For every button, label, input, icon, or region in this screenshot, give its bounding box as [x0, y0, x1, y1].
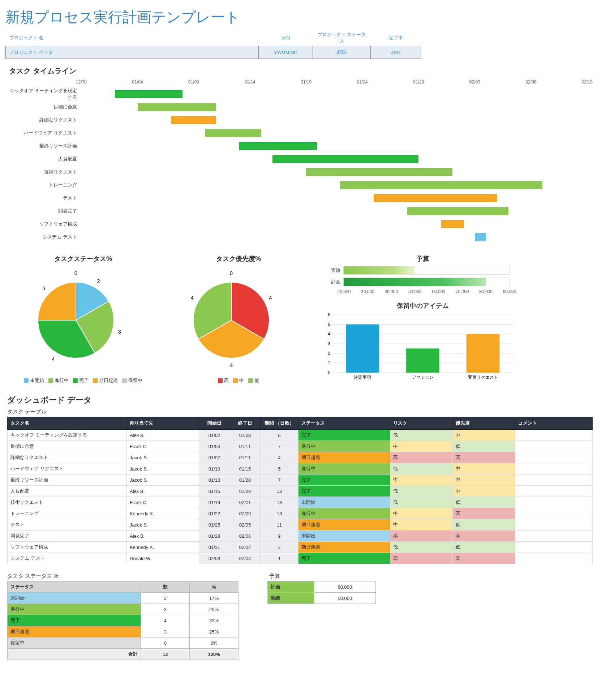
gantt-row: 目標に合意 — [9, 100, 601, 113]
budget-value-cell: 50,000 — [314, 593, 375, 604]
gantt-bar[interactable] — [407, 207, 508, 215]
table-row[interactable]: ハードウェア リクエストJacob S.01/1001/155進行中低中 — [8, 463, 593, 474]
table-cell: 開発完了 — [8, 531, 127, 542]
gantt-row: ソフトウェア構成 — [9, 218, 601, 231]
table-cell: 進行中 — [298, 508, 390, 519]
table-cell: 01/20 — [230, 474, 261, 486]
gantt-bar[interactable] — [239, 142, 318, 150]
table-cell: 01/16 — [199, 486, 230, 497]
table-row[interactable]: 詳細なリクエストJacob S.01/0701/114期日超過高高 — [8, 452, 593, 463]
budget-bar-fill[interactable] — [344, 278, 486, 286]
table-row[interactable]: ソフトウェア構成Kennedy K.01/3102/022期日超過低低 — [8, 542, 593, 553]
project-date-cell[interactable]: YY/MM/DD — [259, 46, 313, 59]
budget-label-cell: 実績 — [268, 593, 314, 604]
gantt-bar[interactable] — [475, 233, 486, 241]
gantt-row: 詳細なリクエスト — [9, 113, 601, 126]
project-status-cell[interactable]: 順調 — [313, 46, 371, 59]
table-cell — [515, 474, 593, 486]
table-row[interactable]: 実績50,000 — [268, 593, 376, 604]
gantt-bar[interactable] — [340, 181, 542, 189]
table-row[interactable]: テストJacob S.01/2502/0511期日超過中低 — [8, 519, 593, 531]
gantt-bar[interactable] — [138, 103, 216, 111]
legend-item: 低 — [248, 377, 259, 384]
table-row[interactable]: 目標に合意Frank C.01/0401/117進行中中低 — [8, 441, 593, 452]
task-table-header[interactable]: 期間 （日数） — [261, 417, 298, 430]
held-bar[interactable] — [346, 325, 379, 373]
gantt-row: システム テスト — [9, 231, 601, 244]
table-cell: 高 — [453, 452, 515, 463]
table-cell: テスト — [8, 519, 127, 531]
task-table-header[interactable]: タスク名 — [8, 417, 127, 430]
status-count-cell: 3 — [141, 604, 190, 615]
gantt-bar[interactable] — [205, 129, 261, 137]
priority-pie-legend: 高中低 — [166, 377, 311, 384]
project-name-cell[interactable]: プロジェクト ベータ — [6, 46, 259, 59]
table-row[interactable]: 保留中00% — [8, 637, 238, 649]
table-cell: 中 — [453, 430, 515, 441]
gantt-bar[interactable] — [306, 168, 452, 176]
table-cell: 01/25 — [199, 519, 230, 531]
table-cell: トレーニング — [8, 508, 127, 519]
task-table-header[interactable]: ステータス — [298, 417, 390, 430]
gantt-task-label: 人員配置 — [9, 156, 81, 162]
legend-swatch — [24, 378, 29, 383]
table-cell: 01/31 — [199, 542, 230, 553]
gantt-task-label: 目標に合意 — [9, 104, 81, 110]
table-cell: 01/08 — [230, 430, 261, 441]
table-row[interactable]: トレーニングKennedy K.01/2202/0918進行中中高 — [8, 508, 593, 519]
budget-bar-row: 計画 — [322, 278, 510, 286]
gantt-task-label: テスト — [9, 195, 81, 201]
table-row[interactable]: 人員配置Alex B.01/1601/2913完了低中 — [8, 486, 593, 497]
table-cell: 02/03 — [199, 553, 230, 564]
task-table-header[interactable]: コメント — [515, 417, 593, 430]
status-pct-cell: 25% — [190, 626, 238, 637]
task-status-pie-panel: タスクステータス% 23430 未開始進行中完了期日超過保留中 — [11, 254, 155, 384]
table-row[interactable]: 計画80,000 — [268, 581, 376, 593]
held-bar[interactable] — [467, 334, 500, 373]
gantt-bar[interactable] — [272, 155, 418, 163]
task-table-header[interactable]: 優先度 — [453, 417, 515, 430]
table-row[interactable]: 期日超過325% — [8, 626, 238, 637]
gantt-bar[interactable] — [115, 90, 182, 98]
gantt-bar[interactable] — [374, 194, 497, 202]
gantt-task-label: キックオフ ミーティングを設定する — [9, 87, 81, 100]
table-cell — [515, 452, 593, 463]
pie-data-label: 0 — [230, 270, 233, 276]
table-row[interactable]: 完了433% — [8, 615, 238, 626]
legend-swatch — [73, 378, 78, 383]
table-cell: Jacob S. — [127, 452, 199, 463]
table-cell: Jacob S. — [127, 463, 199, 474]
priority-pie-title: タスク優先度% — [166, 254, 311, 263]
table-cell: 高 — [390, 553, 452, 564]
table-cell: 7 — [261, 474, 298, 486]
task-table-header[interactable]: 開始日 — [199, 417, 230, 430]
table-cell: 完了 — [298, 486, 390, 497]
table-row[interactable]: 未開始217% — [8, 593, 238, 604]
table-cell: 中 — [453, 486, 515, 497]
gantt-bar[interactable] — [441, 220, 464, 228]
table-row[interactable]: キックオフ ミーティングを設定するAlex B.01/0201/086完了低中 — [8, 430, 593, 441]
project-pct-cell[interactable]: 45% — [371, 46, 421, 59]
task-table-header[interactable]: リスク — [390, 417, 452, 430]
legend-swatch — [93, 378, 98, 383]
table-row[interactable]: 開発完了Alex B.01/2802/069未開始高高 — [8, 531, 593, 542]
pie-data-label: 0 — [74, 270, 77, 276]
table-cell: 低 — [453, 542, 515, 553]
gantt-bar[interactable] — [171, 116, 216, 124]
legend-swatch — [218, 378, 223, 383]
table-row[interactable]: 最終リソース計画Jacob S.01/1301/207完了中中 — [8, 474, 593, 486]
table-row[interactable]: システム テストDonald W.02/0302/041完了高高 — [8, 553, 593, 564]
table-cell: Alex B. — [127, 486, 199, 497]
budget-bar-fill[interactable] — [344, 266, 414, 274]
legend-swatch — [48, 378, 53, 383]
table-cell: Kennedy K. — [127, 542, 199, 553]
table-row[interactable]: 進行中325% — [8, 604, 238, 615]
table-row[interactable]: 技術リクエストFrank C.01/1902/0113未開始低低 — [8, 497, 593, 508]
task-table-header[interactable]: 割り当て先 — [127, 417, 199, 430]
table-cell: Jacob S. — [127, 474, 199, 486]
budget-axis-label: 90,000 — [503, 289, 516, 294]
table-cell: 02/06 — [230, 531, 261, 542]
task-table-header[interactable]: 終了日 — [230, 417, 261, 430]
task-table-title: タスク テーブル — [7, 408, 601, 415]
held-bar[interactable] — [406, 348, 439, 373]
